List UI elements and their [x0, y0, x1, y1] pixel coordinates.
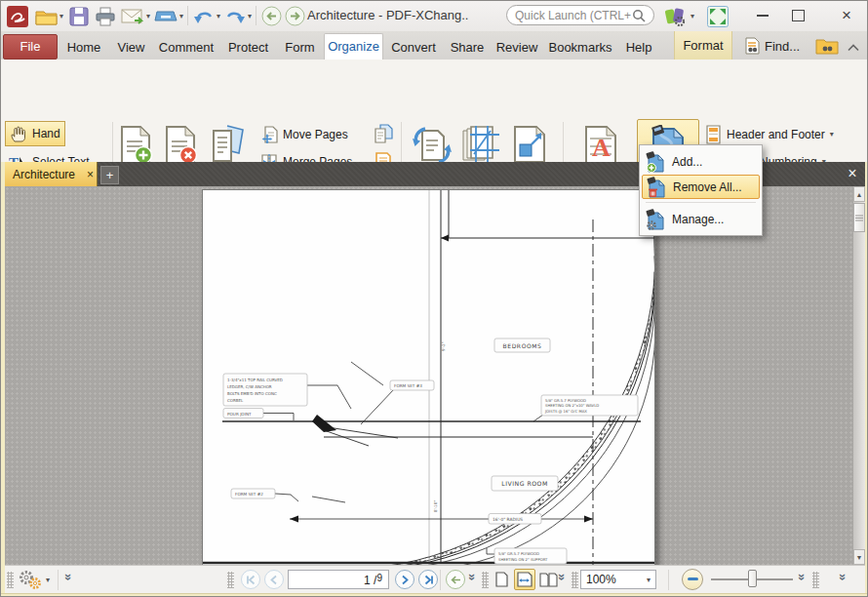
tab-close-icon[interactable]: × [87, 168, 94, 181]
tab-bookmarks[interactable]: Bookmarks [544, 35, 616, 60]
duplicate-pages-button[interactable] [372, 122, 395, 145]
tab-view[interactable]: View [110, 35, 152, 60]
callout-left-line2: LEDGER, C/W ANCHOR [227, 384, 272, 389]
ribbon-tab-row: File Home View Comment Protect Form Orga… [1, 31, 868, 60]
layout-options-chevrons[interactable]: » [555, 574, 570, 580]
tab-file[interactable]: File [3, 34, 58, 60]
status-options-dropdown[interactable]: ▾ [46, 576, 50, 584]
resize-icon [506, 120, 553, 166]
callout-right-line1: 5/8" GR.5.7 PLYWOOD [545, 398, 586, 403]
hand-label: Hand [32, 127, 60, 140]
history-back-button[interactable] [260, 4, 282, 28]
tab-convert[interactable]: Convert [386, 35, 441, 60]
tab-home[interactable]: Home [60, 35, 107, 60]
tab-protect[interactable]: Protect [220, 35, 276, 60]
tab-format[interactable]: Format [674, 31, 732, 60]
toolbar-grip[interactable] [572, 572, 578, 588]
document-tab-architecture[interactable]: Architecture × [5, 162, 98, 186]
move-pages-button[interactable]: Move Pages [260, 122, 348, 147]
close-document-button[interactable]: × [842, 163, 863, 184]
first-page-button[interactable] [241, 570, 260, 589]
fit-width-layout-button[interactable] [514, 569, 535, 590]
open-file-button[interactable] [34, 4, 58, 28]
tab-organize[interactable]: Organize [324, 33, 383, 60]
redo-button[interactable] [224, 4, 246, 28]
tab-review[interactable]: Review [493, 35, 541, 60]
menu-item-add[interactable]: Add... [642, 148, 760, 175]
status-options-button[interactable] [17, 570, 44, 595]
scrollbar-thumb[interactable] [853, 203, 865, 232]
pdf-page: BEDROOMS LIVING ROOM 1-3/4"x11 TOP RAIL … [202, 189, 655, 565]
scroll-up-button[interactable]: ▲ [853, 186, 865, 202]
previous-page-button[interactable] [264, 570, 284, 589]
save-button[interactable] [67, 4, 91, 28]
tab-help[interactable]: Help [619, 35, 658, 60]
toolbar-grip[interactable] [482, 572, 489, 588]
background-manage-icon [645, 209, 665, 230]
open-file-dropdown[interactable]: ▾ [58, 4, 65, 28]
header-footer-dropdown: ▾ [830, 131, 834, 139]
zoom-out-button[interactable] [682, 569, 703, 590]
toolbar-grip[interactable] [227, 572, 234, 588]
print-button[interactable] [94, 4, 117, 28]
move-pages-label: Move Pages [283, 128, 348, 141]
ui-options-button[interactable] [664, 4, 688, 28]
toolbar-grip[interactable] [812, 572, 819, 588]
status-separator [58, 570, 59, 590]
quick-launch-input[interactable]: Quick Launch (CTRL+.) [506, 5, 654, 25]
scroll-down-button[interactable]: ▼ [853, 549, 865, 565]
status-separator [668, 570, 669, 590]
zoom-options-chevrons[interactable]: » [795, 574, 809, 580]
form-set-3-label: FORM SET #3 [394, 383, 422, 388]
scanner-dropdown[interactable]: ▾ [178, 4, 185, 28]
maximize-button[interactable] [783, 1, 812, 30]
undo-dropdown[interactable]: ▾ [215, 4, 222, 28]
menu-manage-label: Manage... [672, 213, 724, 226]
page-number-input[interactable]: 1 /9 [288, 570, 389, 589]
hand-tool-button[interactable]: Hand [5, 121, 65, 146]
previous-view-button[interactable] [446, 570, 465, 589]
search-icon [632, 9, 646, 22]
menu-item-remove-all[interactable]: Remove All... [642, 175, 760, 199]
next-page-button[interactable] [395, 570, 414, 589]
current-page-value: 1 / [364, 574, 376, 587]
overflow-chevrons[interactable]: » [836, 574, 850, 580]
tab-share[interactable]: Share [445, 35, 490, 60]
find-button[interactable]: Find... [744, 34, 800, 58]
redo-dropdown[interactable]: ▾ [246, 4, 254, 28]
move-pages-icon [260, 126, 278, 143]
menu-item-manage[interactable]: Manage... [642, 206, 760, 232]
expand-pane-chevrons[interactable]: » [61, 574, 76, 580]
window-title: Architecture - PDF-XChang.. [307, 8, 468, 22]
last-page-button[interactable] [418, 570, 438, 589]
scanner-button[interactable] [153, 4, 178, 28]
undo-button[interactable] [193, 4, 215, 28]
titlebar-separator [187, 6, 188, 25]
hand-icon [10, 125, 26, 142]
tab-form[interactable]: Form [279, 35, 321, 60]
view-history-chevrons[interactable]: » [465, 574, 480, 580]
vertical-dimension-1: 9'-2" [441, 341, 446, 351]
menu-add-label: Add... [672, 155, 702, 169]
new-tab-button[interactable]: + [100, 166, 119, 184]
single-page-layout-button[interactable] [491, 569, 512, 590]
email-button[interactable] [120, 4, 145, 28]
ui-options-dropdown[interactable]: ▾ [689, 4, 696, 28]
collapse-ribbon-button[interactable] [844, 35, 863, 60]
zoom-level-combobox[interactable]: 100% ▾ [580, 570, 656, 589]
search-folder-button[interactable] [814, 33, 840, 58]
close-button[interactable]: × [832, 1, 861, 30]
callout-right-line3: JOISTS @ 16" O/C MAX [544, 409, 587, 414]
email-dropdown[interactable]: ▾ [144, 4, 152, 28]
tab-comment[interactable]: Comment [155, 35, 217, 60]
callout-bottom-line2: SHEETING ON 2" SUPPORT [498, 557, 548, 562]
form-set-2-label: FORM SET #2 [235, 492, 263, 497]
vertical-scrollbar[interactable]: ▲ ▼ [853, 186, 865, 565]
toolbar-grip[interactable] [7, 572, 14, 588]
minimize-button[interactable] [748, 1, 777, 30]
zoom-slider-thumb[interactable] [748, 570, 757, 587]
fullscreen-button[interactable] [705, 4, 730, 28]
history-forward-button[interactable] [284, 4, 305, 28]
insert-pages-icon [116, 120, 157, 166]
document-tab-label: Architecture [13, 168, 75, 181]
